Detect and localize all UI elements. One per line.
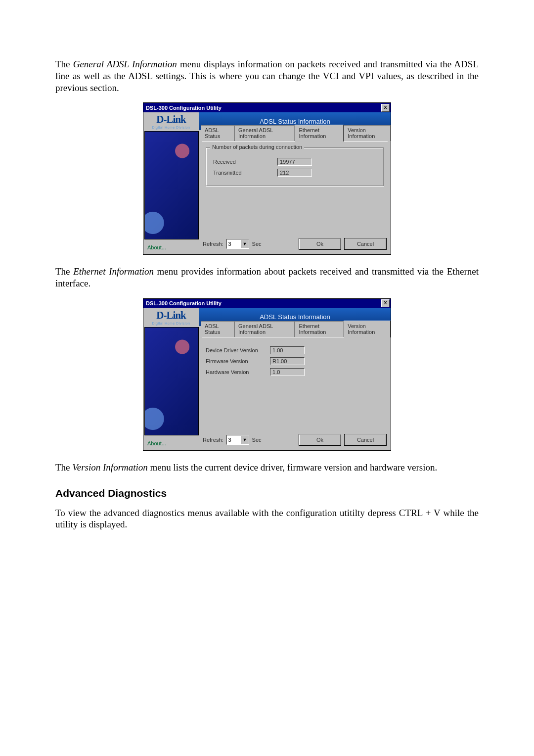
close-icon[interactable]: x	[381, 299, 390, 307]
value-received: 19977	[277, 158, 312, 166]
tab-adsl-status[interactable]: ADSL Status	[201, 321, 234, 337]
close-icon[interactable]: x	[381, 104, 390, 112]
paragraph-ethernet-info: The Ethernet Information menu provides i…	[55, 266, 479, 289]
groupbox-legend: Number of packets during connection	[210, 144, 304, 150]
text: menu lists the current device driver, fi…	[148, 462, 437, 472]
brand-logo: D-Link Digital Home Division	[143, 308, 199, 326]
text-italic: General ADSL Information	[73, 59, 177, 69]
text: The	[55, 462, 72, 472]
refresh-value: 3	[227, 437, 241, 443]
decorative-side-image	[144, 327, 199, 435]
value-driver-version: 1.00	[270, 346, 305, 354]
brand-subtext: Digital Home Division	[152, 322, 190, 325]
titlebar[interactable]: DSL-300 Configuration Utility x	[143, 299, 391, 308]
heading-advanced-diagnostics: Advanced Diagnostics	[55, 487, 479, 499]
refresh-select[interactable]: 3 ▼	[226, 239, 249, 249]
paragraph-advanced-diagnostics: To view the advanced diagnostics menus a…	[55, 507, 479, 531]
label-firmware-version: Firmware Version	[206, 358, 270, 364]
cancel-button[interactable]: Cancel	[344, 238, 387, 250]
about-link[interactable]: About...	[143, 437, 199, 450]
brand-text: D-Link	[156, 309, 185, 322]
paragraph-general-adsl: The General ADSL Information menu displa…	[55, 58, 479, 94]
tab-panel-ethernet: Number of packets during connection Rece…	[202, 141, 388, 236]
tab-strip: ADSL Status General ADSL Information Eth…	[199, 130, 391, 141]
value-hardware-version: 1.0	[270, 368, 305, 376]
tab-version-info[interactable]: Version Information	[344, 321, 391, 337]
label-hardware-version: Hardware Version	[206, 369, 270, 375]
tab-general-adsl[interactable]: General ADSL Information	[234, 321, 295, 337]
refresh-label: Refresh:	[203, 437, 223, 443]
dialog-footer: Refresh: 3 ▼ Sec Ok Cancel	[199, 432, 391, 450]
brand-subtext: Digital Home Division	[152, 126, 190, 129]
tab-strip: ADSL Status General ADSL Information Eth…	[199, 326, 391, 337]
label-transmitted: Transmitted	[213, 170, 277, 176]
window-title: DSL-300 Configuration Utility	[146, 105, 222, 111]
chevron-down-icon[interactable]: ▼	[241, 436, 249, 444]
packets-groupbox: Number of packets during connection Rece…	[206, 147, 384, 186]
tab-ethernet-info[interactable]: Ethernet Information	[295, 321, 344, 337]
tab-general-adsl[interactable]: General ADSL Information	[234, 125, 295, 141]
sec-label: Sec	[252, 241, 262, 247]
chevron-down-icon[interactable]: ▼	[241, 240, 249, 248]
tab-panel-version: Device Driver Version 1.00 Firmware Vers…	[202, 337, 388, 431]
cancel-button[interactable]: Cancel	[344, 434, 387, 446]
paragraph-version-info: The Version Information menu lists the c…	[55, 462, 479, 473]
label-driver-version: Device Driver Version	[206, 347, 270, 353]
refresh-select[interactable]: 3 ▼	[226, 435, 249, 445]
titlebar[interactable]: DSL-300 Configuration Utility x	[143, 103, 391, 112]
text: The	[55, 266, 73, 277]
window-title: DSL-300 Configuration Utility	[146, 300, 222, 306]
label-received: Received	[213, 159, 277, 165]
refresh-label: Refresh:	[203, 241, 223, 247]
refresh-value: 3	[227, 241, 241, 247]
sec-label: Sec	[252, 437, 262, 443]
config-dialog-version: DSL-300 Configuration Utility x D-Link D…	[143, 298, 391, 451]
ok-button[interactable]: Ok	[299, 238, 341, 250]
brand-logo: D-Link Digital Home Division	[143, 112, 199, 130]
ok-button[interactable]: Ok	[299, 434, 341, 446]
tab-version-info[interactable]: Version Information	[344, 125, 391, 141]
tab-adsl-status[interactable]: ADSL Status	[201, 125, 234, 141]
decorative-side-image	[144, 131, 199, 239]
text: The	[55, 59, 73, 69]
text-italic: Version Information	[72, 462, 148, 472]
value-firmware-version: R1.00	[270, 357, 305, 365]
text-italic: Ethernet Information	[73, 266, 154, 277]
config-dialog-ethernet: DSL-300 Configuration Utility x D-Link D…	[143, 102, 391, 255]
value-transmitted: 212	[277, 169, 312, 177]
tab-ethernet-info[interactable]: Ethernet Information	[295, 125, 344, 142]
dialog-footer: Refresh: 3 ▼ Sec Ok Cancel	[199, 236, 391, 254]
about-link[interactable]: About...	[143, 241, 199, 254]
brand-text: D-Link	[156, 113, 185, 126]
